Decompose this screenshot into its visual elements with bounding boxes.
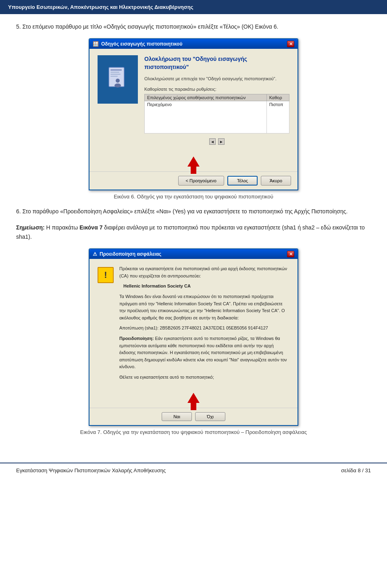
dialog1-close-button[interactable]: ✕ — [287, 41, 294, 47]
dialog2-title-text: Προειδοποίηση ασφάλειας — [100, 251, 161, 257]
svg-rect-3 — [110, 74, 121, 75]
dialog1-table-col2: Καθορ — [266, 94, 289, 101]
svg-rect-4 — [110, 76, 118, 77]
dialog1-titlebar-left: 🪟 Οδηγός εισαγωγής πιστοποιητικού — [93, 41, 182, 47]
dialog2-text-area: Πρόκειται να εγκαταστήσετε ένα πιστοποιη… — [119, 265, 289, 384]
dialog2-fingerprint: Αποτύπωση (sha1): 2B5B2605 27F48021 2A37… — [119, 325, 289, 332]
page-content: 5. Στο επόμενο παράθυρο με τίτλο «Οδηγός… — [0, 14, 387, 450]
dialog1-scroll-left[interactable]: ◄ — [209, 138, 216, 145]
dialog1-scroll-right[interactable]: ► — [218, 138, 225, 145]
figure6-container: 🪟 Οδηγός εισαγωγής πιστοποιητικού ✕ — [16, 38, 371, 200]
dialog2-no-button[interactable]: Όχι — [195, 412, 225, 421]
dialog1-right: Ολοκλήρωση του "Οδηγού εισαγωγής πιστοπο… — [144, 55, 289, 148]
section5-text: 5. Στο επόμενο παράθυρο με τίτλο «Οδηγός… — [16, 22, 371, 31]
dialog1-cancel-button[interactable]: Άκυρο — [261, 176, 291, 186]
dialog2-titlebar-left: ⚠ Προειδοποίηση ασφάλειας — [93, 251, 161, 257]
dialog1-table-col1: Επιλεγμένος χώρος αποθήκευσης πιστοποιητ… — [145, 94, 267, 101]
dialog1-nav-area: ◄ ► — [144, 137, 289, 148]
dialog2-question: Θέλετε να εγκαταστήσετε αυτό το πιστοποι… — [119, 374, 289, 381]
dialog1-body: Ολοκλήρωση του "Οδηγού εισαγωγής πιστοπο… — [89, 49, 298, 154]
dialog2-yes-button[interactable]: Ναι — [162, 412, 192, 421]
svg-marker-8 — [187, 393, 200, 410]
footer-left: Εγκατάσταση Ψηφιακών Πιστοποιητικών Χαλα… — [16, 467, 166, 473]
certificate-icon — [106, 65, 130, 94]
dialog1-table-row1: Περιεχόμενο Πιστοπ — [145, 101, 289, 133]
red-arrow-icon — [177, 154, 210, 175]
dialog2: ⚠ Προειδοποίηση ασφάλειας ✕ ! Πρόκειται … — [89, 248, 298, 425]
page-header: Υπουργείο Εσωτερικών, Αποκέντρωσης και Η… — [0, 0, 387, 14]
dialog1-heading: Ολοκλήρωση του "Οδηγού εισαγωγής πιστοπο… — [144, 55, 289, 71]
dialog2-titlebar: ⚠ Προειδοποίηση ασφάλειας ✕ — [89, 249, 298, 259]
dialog1-icon-area — [98, 55, 138, 104]
figure6-caption: Εικόνα 6. Οδηγός για την εγκατάσταση του… — [114, 194, 273, 200]
dialog2-warning-label: Προειδοποίηση: Εάν εγκαταστήσετε αυτό το… — [119, 335, 289, 371]
dialog1-settings-label: Καθορίσατε τις παρακάτω ρυθμίσεις: — [144, 87, 289, 92]
dialog1-title-icon: 🪟 — [93, 41, 99, 47]
warning-icon: ! — [98, 267, 114, 283]
figure7-container: ⚠ Προειδοποίηση ασφάλειας ✕ ! Πρόκειται … — [16, 248, 371, 435]
page-footer: Εγκατάσταση Ψηφιακών Πιστοποιητικών Χαλα… — [0, 463, 387, 477]
dialog2-warning-text: Εάν εγκαταστήσετε αυτό το πιστοποιητικό … — [119, 336, 287, 369]
svg-point-5 — [116, 79, 120, 83]
note-content: Η παρακάτω Εικόνα 7 διαφέρει ανάλογα με … — [16, 224, 365, 240]
dialog1-table: Επιλεγμένος χώρος αποθήκευσης πιστοποιητ… — [144, 94, 289, 133]
dialog2-text1: Πρόκειται να εγκαταστήσετε ένα πιστοποιη… — [119, 265, 289, 279]
dialog1-table-cell1: Περιεχόμενο — [145, 101, 267, 133]
dialog2-body: ! Πρόκειται να εγκαταστήσετε ένα πιστοπο… — [89, 259, 298, 390]
dialog2-warning-bold: Προειδοποίηση: — [119, 336, 154, 341]
dialog2-close-button[interactable]: ✕ — [287, 251, 294, 257]
svg-rect-1 — [110, 69, 122, 71]
svg-point-6 — [114, 83, 121, 88]
svg-rect-2 — [110, 72, 119, 73]
dialog1-finish-button[interactable]: Τέλος — [227, 176, 258, 186]
note-bold: Σημείωση: — [16, 224, 45, 231]
section6-text: 6. Στο παράθυρο «Προειδοποίηση Ασφαλείας… — [16, 207, 371, 216]
figure7-caption: Εικόνα 7. Οδηγός για την εγκατάσταση του… — [80, 429, 307, 435]
dialog1-title-text: Οδηγός εισαγωγής πιστοποιητικού — [101, 41, 182, 47]
dialog1-table-cell2: Πιστοπ — [266, 101, 289, 133]
note-text: Σημείωση: Η παρακάτω Εικόνα 7 διαφέρει α… — [16, 223, 371, 241]
dialog1-back-button[interactable]: < Προηγούμενο — [178, 176, 224, 186]
dialog1: 🪟 Οδηγός εισαγωγής πιστοποιητικού ✕ — [89, 38, 298, 190]
svg-marker-7 — [187, 156, 200, 174]
red-arrow-icon-2 — [177, 391, 210, 411]
header-title: Υπουργείο Εσωτερικών, Αποκέντρωσης και Η… — [8, 4, 193, 10]
dialog2-cert-name: Hellenic Information Society CA — [123, 283, 289, 290]
dialog1-titlebar: 🪟 Οδηγός εισαγωγής πιστοποιητικού ✕ — [89, 39, 298, 49]
dialog2-text2: Τα Windows δεν είναι δυνατό να επικυρώσο… — [119, 293, 289, 321]
dialog1-description: Ολοκληρώσατε με επιτυχία τον "Οδηγό εισα… — [144, 75, 289, 82]
dialog2-title-icon: ⚠ — [93, 251, 97, 257]
footer-right: σελίδα 8 / 31 — [341, 467, 371, 473]
